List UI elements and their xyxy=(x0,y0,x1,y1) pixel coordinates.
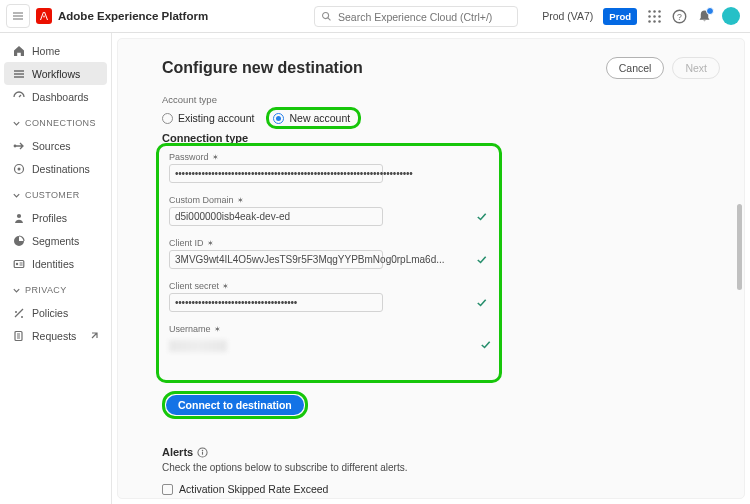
password-input[interactable]: ••••••••••••••••••••••••••••••••••••••••… xyxy=(169,164,383,183)
chevron-down-icon xyxy=(12,191,21,200)
svg-point-8 xyxy=(653,20,656,23)
main-canvas: Configure new destination Cancel Next Ac… xyxy=(112,33,750,504)
nav-section-connections[interactable]: Connections xyxy=(4,112,107,134)
search-input[interactable] xyxy=(336,10,511,24)
adobe-logo-icon xyxy=(36,8,52,24)
nav-section-label: Privacy xyxy=(25,285,67,295)
nav-section-privacy[interactable]: Privacy xyxy=(4,279,107,301)
svg-point-20 xyxy=(202,449,203,450)
policies-icon xyxy=(12,306,26,320)
sources-icon xyxy=(12,139,26,153)
nav-sources[interactable]: Sources xyxy=(4,134,107,157)
client-id-input[interactable]: 3MVG9wt4IL4O5wvJesTS9r5F3MqgYYPBmNog0rpL… xyxy=(169,250,383,269)
connect-to-destination-button[interactable]: Connect to destination xyxy=(166,395,304,415)
radio-existing-account[interactable]: Existing account xyxy=(162,112,254,124)
nav-label: Identities xyxy=(32,258,74,270)
svg-point-17 xyxy=(16,262,18,264)
connection-form: Password✶ ••••••••••••••••••••••••••••••… xyxy=(156,143,502,383)
nav-label: Sources xyxy=(32,140,71,152)
nav-dashboards[interactable]: Dashboards xyxy=(4,85,107,108)
notifications-bell-icon[interactable] xyxy=(697,9,712,24)
check-icon xyxy=(475,253,488,266)
nav-requests[interactable]: Requests xyxy=(4,324,107,347)
nav-home[interactable]: Home xyxy=(4,39,107,62)
app-switcher-icon[interactable] xyxy=(647,9,662,24)
custom-domain-label: Custom Domain✶ xyxy=(169,195,489,205)
org-switcher[interactable]: Prod (VA7) xyxy=(542,10,593,22)
home-icon xyxy=(12,44,26,58)
alerts-heading: Alerts xyxy=(162,446,193,458)
svg-point-14 xyxy=(18,167,21,170)
check-icon xyxy=(475,296,488,309)
custom-domain-input[interactable]: d5i000000isb4eak-dev-ed xyxy=(169,207,383,226)
svg-point-4 xyxy=(648,15,651,18)
nav-segments[interactable]: Segments xyxy=(4,229,107,252)
header-right: Prod (VA7) Prod ? xyxy=(542,7,750,25)
nav-workflows[interactable]: Workflows xyxy=(4,62,107,85)
username-input[interactable] xyxy=(169,340,227,352)
svg-point-0 xyxy=(323,13,329,19)
info-icon[interactable] xyxy=(197,447,208,458)
nav-section-label: Customer xyxy=(25,190,80,200)
alert-option-skipped-rate[interactable]: Activation Skipped Rate Exceed xyxy=(162,483,714,495)
page-title: Configure new destination xyxy=(162,59,363,77)
requests-icon xyxy=(12,329,26,343)
nav-destinations[interactable]: Destinations xyxy=(4,157,107,180)
search-icon xyxy=(321,11,332,22)
account-type-label: Account type xyxy=(162,94,217,105)
username-label: Username✶ xyxy=(169,324,489,334)
nav-identities[interactable]: Identities xyxy=(4,252,107,275)
svg-rect-21 xyxy=(202,451,203,454)
dashboard-icon xyxy=(12,90,26,104)
client-id-label: Client ID✶ xyxy=(169,238,489,248)
env-pill: Prod xyxy=(603,8,637,25)
svg-text:?: ? xyxy=(677,11,682,21)
nav-label: Workflows xyxy=(32,68,80,80)
workflow-icon xyxy=(12,67,26,81)
client-secret-label: Client secret✶ xyxy=(169,281,489,291)
svg-point-6 xyxy=(658,15,661,18)
alerts-subtext: Check the options below to subscribe to … xyxy=(162,462,714,473)
hamburger-menu-button[interactable] xyxy=(6,4,30,28)
password-label: Password✶ xyxy=(169,152,489,162)
app-title: Adobe Experience Platform xyxy=(58,10,208,22)
alert-option-label: Activation Skipped Rate Exceed xyxy=(179,483,328,495)
chevron-down-icon xyxy=(12,119,21,128)
client-secret-input[interactable]: ••••••••••••••••••••••••••••••••••••• xyxy=(169,293,383,312)
identity-icon xyxy=(12,257,26,271)
open-external-icon xyxy=(89,331,99,341)
svg-point-7 xyxy=(648,20,651,23)
checkbox-icon[interactable] xyxy=(162,484,173,495)
nav-label: Dashboards xyxy=(32,91,89,103)
svg-point-15 xyxy=(17,213,21,217)
svg-point-2 xyxy=(653,10,656,13)
svg-point-9 xyxy=(658,20,661,23)
radio-new-account[interactable]: New account xyxy=(266,107,361,129)
next-button[interactable]: Next xyxy=(672,57,720,79)
alerts-section: Alerts Check the options below to subscr… xyxy=(162,446,714,495)
scrollbar-thumb[interactable] xyxy=(737,204,742,290)
top-header: Adobe Experience Platform Prod (VA7) Pro… xyxy=(0,0,750,33)
cancel-button[interactable]: Cancel xyxy=(606,57,665,79)
header-left: Adobe Experience Platform xyxy=(0,4,208,28)
user-avatar[interactable] xyxy=(722,7,740,25)
segments-icon xyxy=(12,234,26,248)
hamburger-icon xyxy=(12,10,24,22)
nav-policies[interactable]: Policies xyxy=(4,301,107,324)
help-icon[interactable]: ? xyxy=(672,9,687,24)
svg-rect-16 xyxy=(14,260,24,267)
nav-section-label: Connections xyxy=(25,118,96,128)
svg-point-3 xyxy=(658,10,661,13)
check-icon xyxy=(475,210,488,223)
nav-profiles[interactable]: Profiles xyxy=(4,206,107,229)
svg-point-12 xyxy=(14,144,17,147)
nav-label: Destinations xyxy=(32,163,90,175)
svg-point-5 xyxy=(653,15,656,18)
global-search[interactable] xyxy=(314,6,518,27)
nav-label: Segments xyxy=(32,235,79,247)
nav-section-customer[interactable]: Customer xyxy=(4,184,107,206)
left-nav: Home Workflows Dashboards Connections So… xyxy=(0,33,112,504)
chevron-down-icon xyxy=(12,286,21,295)
nav-label: Requests xyxy=(32,330,76,342)
svg-point-1 xyxy=(648,10,651,13)
